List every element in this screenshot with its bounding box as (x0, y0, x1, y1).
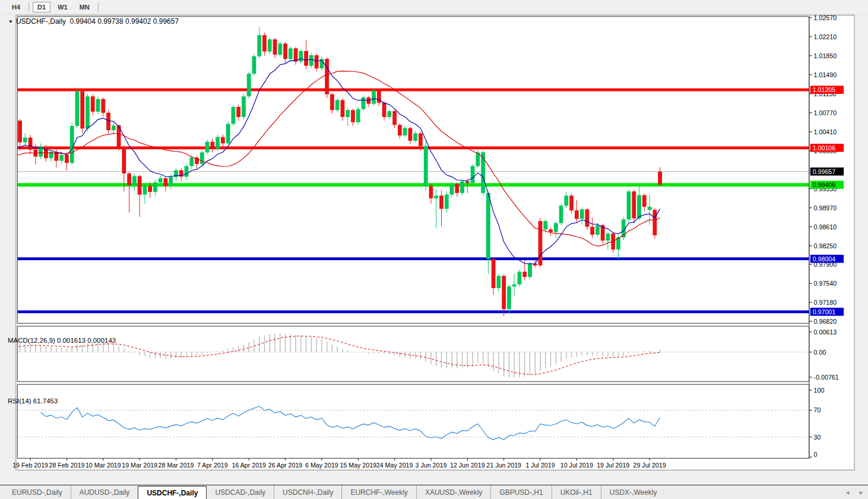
svg-text:1 Jul 2019: 1 Jul 2019 (525, 462, 555, 469)
svg-text:30: 30 (814, 434, 821, 441)
timeframe-button-d1[interactable]: D1 (33, 2, 50, 12)
svg-text:15 May 2019: 15 May 2019 (340, 462, 376, 469)
svg-text:24 May 2019: 24 May 2019 (376, 462, 413, 469)
trading-platform-window: { "toolbar":{ "timeframes":[ {"label":"H… (0, 0, 868, 499)
svg-text:0.97180: 0.97180 (814, 299, 837, 306)
svg-text:0.99406: 0.99406 (813, 181, 836, 188)
svg-text:1.00410: 1.00410 (814, 128, 837, 135)
svg-text:16 Apr 2019: 16 Apr 2019 (232, 462, 266, 469)
svg-text:10 Mar 2019: 10 Mar 2019 (85, 462, 121, 469)
svg-text:19 Mar 2019: 19 Mar 2019 (122, 462, 157, 469)
svg-text:1.02210: 1.02210 (814, 33, 837, 40)
svg-text:19 Feb 2019: 19 Feb 2019 (12, 462, 48, 469)
tab-scroll-left-icon[interactable]: ◄ (841, 485, 854, 499)
svg-text:6 May 2019: 6 May 2019 (305, 462, 338, 469)
timeframe-button-h4[interactable]: H4 (7, 2, 25, 12)
svg-text:70: 70 (814, 406, 821, 413)
tab-usdcnh-daily[interactable]: USDCNH-,Daily (274, 485, 341, 499)
svg-text:0.98004: 0.98004 (813, 255, 836, 263)
svg-text:1.00770: 1.00770 (814, 109, 837, 116)
svg-text:29 Jul 2019: 29 Jul 2019 (633, 462, 666, 469)
svg-text:19 Jul 2019: 19 Jul 2019 (597, 462, 629, 469)
tab-eurchf-weekly[interactable]: EURCHF-,Weekly (341, 485, 416, 499)
chart-window: 1.025701.022101.018501.014901.011301.007… (0, 14, 868, 485)
svg-text:26 Apr 2019: 26 Apr 2019 (268, 462, 303, 469)
svg-text:1.01490: 1.01490 (814, 71, 837, 78)
svg-text:-0.00761: -0.00761 (814, 374, 839, 381)
svg-text:28 Mar 2019: 28 Mar 2019 (159, 462, 194, 469)
svg-text:10 Jul 2019: 10 Jul 2019 (560, 462, 593, 469)
svg-text:21 Jun 2019: 21 Jun 2019 (486, 462, 521, 469)
symbol-tab-bar: EURUSD-,Daily AUDUSD-,Daily USDCHF-,Dail… (0, 485, 868, 499)
svg-text:0.00: 0.00 (814, 349, 826, 356)
svg-text:100: 100 (814, 387, 825, 394)
symbol-dropdown-icon[interactable]: ▼ (8, 19, 13, 24)
tab-usdcad-daily[interactable]: USDCAD-,Daily (207, 485, 274, 499)
svg-text:1.01850: 1.01850 (814, 52, 837, 59)
svg-text:1.00106: 1.00106 (813, 144, 836, 151)
timeframe-button-w1[interactable]: W1 (53, 2, 72, 12)
chart-title-bar: ▼USDCHF-,Daily 0.99404 0.99738 0.99402 0… (8, 17, 179, 26)
tab-bar-spacer (666, 485, 841, 499)
tab-gbpusd-h1[interactable]: GBPUSD-,H1 (490, 485, 551, 499)
timeframe-toolbar: H4 D1 W1 MN (0, 0, 868, 14)
svg-text:0.98250: 0.98250 (814, 242, 837, 250)
rsi-indicator-label: RSI(14) 61.7453 (8, 397, 58, 405)
svg-text:1.02570: 1.02570 (814, 14, 837, 21)
tab-xauusd-weekly[interactable]: XAUUSD-,Weekly (416, 485, 490, 499)
svg-text:0.98970: 0.98970 (814, 204, 837, 211)
chart-base (16, 15, 854, 470)
svg-text:0.97540: 0.97540 (814, 280, 837, 287)
tab-audusd-daily[interactable]: AUDUSD-,Daily (71, 485, 138, 499)
svg-text:28 Feb 2019: 28 Feb 2019 (49, 462, 85, 469)
svg-text:0: 0 (814, 451, 818, 458)
tab-usdx-weekly[interactable]: USDX-,Weekly (601, 485, 666, 499)
svg-text:0.96820: 0.96820 (814, 318, 837, 325)
tab-eurusd-daily[interactable]: EURUSD-,Daily (4, 485, 71, 499)
svg-text:1.01205: 1.01205 (813, 86, 836, 93)
svg-text:12 Jun 2019: 12 Jun 2019 (450, 462, 485, 469)
tab-ukoil-h1[interactable]: UKOil-,H1 (552, 485, 601, 499)
tab-scroll-right-icon[interactable]: ► (854, 485, 868, 499)
svg-text:0.99657: 0.99657 (813, 168, 836, 175)
timeframe-button-mn[interactable]: MN (75, 2, 94, 12)
tab-usdchf-daily[interactable]: USDCHF-,Daily (138, 486, 207, 499)
chart-symbol-label: USDCHF-,Daily (16, 17, 66, 26)
svg-text:7 Apr 2019: 7 Apr 2019 (197, 462, 228, 469)
chart-ohlc-values: 0.99404 0.99738 0.99402 0.99657 (70, 17, 179, 26)
macd-indicator-label: MACD(12,26,9) 0.001613 0.000143 (8, 337, 116, 344)
svg-text:3 Jun 2019: 3 Jun 2019 (416, 462, 447, 469)
svg-text:0.00613: 0.00613 (814, 329, 837, 336)
chart-canvas[interactable]: 1.025701.022101.018501.014901.011301.007… (0, 14, 868, 485)
toolbar-separator (28, 2, 29, 12)
svg-text:0.97001: 0.97001 (813, 308, 836, 315)
toolbar-separator (98, 2, 99, 12)
svg-text:0.98610: 0.98610 (814, 223, 837, 230)
